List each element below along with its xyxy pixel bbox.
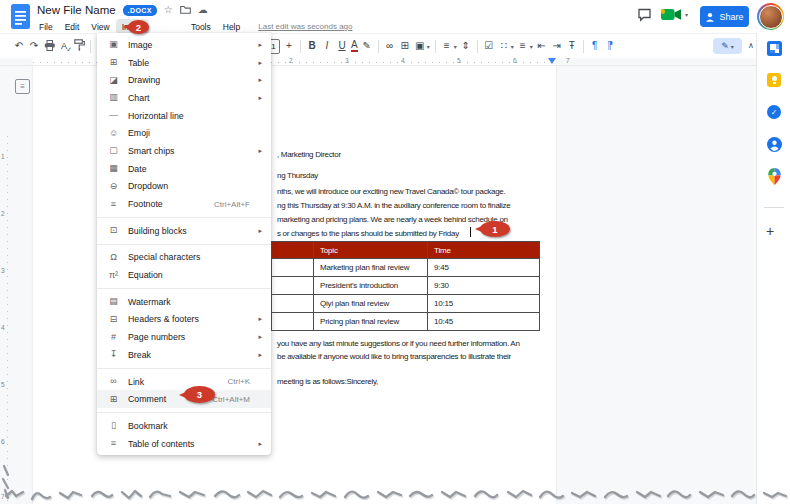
decrease-indent-icon[interactable]: ⇤ <box>536 41 548 51</box>
smart-chips-icon: ▢ <box>108 146 119 155</box>
underline-icon[interactable]: U <box>336 41 348 51</box>
editing-mode-button[interactable]: ✎ ▾ <box>713 38 742 54</box>
toolbar-separator <box>90 40 91 53</box>
ruler-number: 4 <box>1 324 5 331</box>
menu-item-table[interactable]: ⊞Table▸ <box>97 54 271 72</box>
table-header-cell[interactable]: Time <box>428 242 540 259</box>
keep-icon[interactable] <box>766 72 782 88</box>
doc-text-line: , Marketing Director <box>277 150 341 159</box>
menu-view[interactable]: View <box>85 19 115 34</box>
table-cell[interactable]: President's introduction <box>314 277 428 295</box>
menu-item-smart-chips[interactable]: ▢Smart chips▸ <box>97 142 271 160</box>
callout-step-3: 3 <box>184 386 215 403</box>
menu-item-emoji[interactable]: ☺Emoji <box>97 124 271 142</box>
checklist-icon[interactable]: ☑ <box>483 41 495 51</box>
ruler-number: 1 <box>1 153 5 160</box>
move-folder-icon[interactable] <box>180 5 191 16</box>
menu-item-break[interactable]: ↧Break▸ <box>97 346 271 364</box>
last-edit-link[interactable]: Last edit was seconds ago <box>258 22 352 31</box>
font-size-increase[interactable]: + <box>283 41 295 51</box>
menu-item-chart[interactable]: ▥Chart▸ <box>97 89 271 107</box>
ruler-number: 3 <box>1 267 5 274</box>
menu-item-link[interactable]: ∞LinkCtrl+K <box>97 373 271 391</box>
menu-item-dropdown[interactable]: ⊖Dropdown <box>97 178 271 196</box>
document-title[interactable]: New File Name <box>37 4 116 16</box>
maps-icon[interactable] <box>766 168 782 184</box>
menu-item-footnote[interactable]: ≡FootnoteCtrl+Alt+F <box>97 195 271 213</box>
menu-help[interactable]: Help <box>217 19 246 34</box>
menu-item-table-of-contents[interactable]: ≡Table of contents▸ <box>97 435 271 453</box>
callout-step-2: 2 <box>128 20 149 34</box>
add-comment-icon[interactable]: ⊞ <box>399 41 411 51</box>
table-row: Marketing plan final review 9:45 <box>272 259 540 277</box>
menu-edit[interactable]: Edit <box>59 19 86 34</box>
menu-item-building-blocks[interactable]: ⊡Building blocks▸ <box>97 222 271 240</box>
table-cell[interactable]: 9:30 <box>428 277 540 295</box>
table-cell[interactable]: Marketing plan final review <box>314 259 428 277</box>
align-icon[interactable]: ≡▾ <box>441 41 457 51</box>
table-cell[interactable] <box>272 259 314 277</box>
table-cell[interactable]: 9:45 <box>428 259 540 277</box>
increase-indent-icon[interactable]: ⇥ <box>551 41 563 51</box>
get-addons-icon[interactable]: + <box>766 223 774 239</box>
table-cell[interactable] <box>272 277 314 295</box>
menu-item-page-numbers[interactable]: #Page numbers▸ <box>97 328 271 346</box>
insert-link-icon[interactable]: ∞ <box>384 41 396 51</box>
menu-tools[interactable]: Tools <box>185 19 217 34</box>
table-header-cell[interactable] <box>272 242 314 259</box>
italic-icon[interactable]: I <box>321 41 333 51</box>
avatar-photo <box>759 5 783 29</box>
bulleted-list-icon[interactable]: ∷▾ <box>498 41 514 51</box>
numbered-list-icon[interactable]: ≡▾ <box>517 41 533 51</box>
table-icon: ⊞ <box>108 58 119 67</box>
menu-item-headers-footers[interactable]: ⊟Headers & footers▸ <box>97 311 271 329</box>
star-icon[interactable]: ☆ <box>164 5 173 15</box>
contacts-icon[interactable] <box>766 136 782 152</box>
text-color-icon[interactable]: A <box>351 40 358 52</box>
table-cell[interactable]: Qiyi plan final review <box>314 295 428 313</box>
menu-item-drawing[interactable]: ◪Drawing▸ <box>97 71 271 89</box>
paragraph-rtl-icon[interactable]: ¶ <box>604 41 616 51</box>
menu-item-special-characters[interactable]: ΩSpecial characters <box>97 249 271 267</box>
menu-separator <box>97 412 271 413</box>
table-header-cell[interactable]: Topic <box>314 242 428 259</box>
account-avatar[interactable] <box>757 3 784 30</box>
paragraph-ltr-icon[interactable]: ¶ <box>589 41 601 51</box>
clear-formatting-icon[interactable]: Ŧ <box>566 41 578 51</box>
menu-item-image[interactable]: ▣Image▸ <box>97 36 271 54</box>
menu-item-bookmark[interactable]: ▯Bookmark <box>97 417 271 435</box>
cloud-status-icon[interactable]: ☁ <box>198 5 208 15</box>
table-header-row: Topic Time <box>272 242 540 259</box>
bold-icon[interactable]: B <box>306 41 318 51</box>
redo-icon[interactable]: ↷ <box>28 41 40 51</box>
line-spacing-icon[interactable]: ⇕ <box>460 41 472 51</box>
menu-item-horizontal-line[interactable]: ―Horizontal line <box>97 107 271 125</box>
document-outline-icon[interactable]: ≡ <box>15 79 30 94</box>
undo-icon[interactable]: ↶ <box>13 41 25 51</box>
docs-logo-icon[interactable] <box>11 4 30 33</box>
headers-footers-icon: ⊟ <box>108 315 119 324</box>
highlight-icon[interactable]: ✎ <box>361 41 373 51</box>
tasks-icon[interactable]: ✓ <box>766 104 782 120</box>
hide-menus-icon[interactable]: ∧ <box>748 41 754 50</box>
right-indent-marker[interactable] <box>548 58 556 68</box>
menu-item-date[interactable]: ▦Date <box>97 160 271 178</box>
menu-item-watermark[interactable]: ▤Watermark <box>97 293 271 311</box>
table-cell[interactable] <box>272 295 314 313</box>
insert-image-icon[interactable]: ▣▾ <box>414 41 430 51</box>
calendar-icon[interactable] <box>766 40 782 56</box>
comment-history-icon[interactable] <box>637 8 652 26</box>
share-button[interactable]: Share <box>700 6 749 27</box>
paint-format-icon[interactable] <box>73 39 85 53</box>
spellcheck-icon[interactable]: A✓ <box>58 41 70 51</box>
table-cell[interactable] <box>272 313 314 331</box>
table-cell[interactable]: 10:15 <box>428 295 540 313</box>
doc-text-line: meeting is as follows:Sincerely, <box>277 377 378 386</box>
doc-text-line: be available if anyone would like to bri… <box>277 352 511 361</box>
menu-item-equation[interactable]: π²Equation <box>97 266 271 284</box>
menu-file[interactable]: File <box>33 19 59 34</box>
meet-button[interactable]: ▾ <box>661 7 688 22</box>
table-cell[interactable]: Pricing plan final review <box>314 313 428 331</box>
print-icon[interactable] <box>43 40 55 53</box>
table-cell[interactable]: 10:45 <box>428 313 540 331</box>
